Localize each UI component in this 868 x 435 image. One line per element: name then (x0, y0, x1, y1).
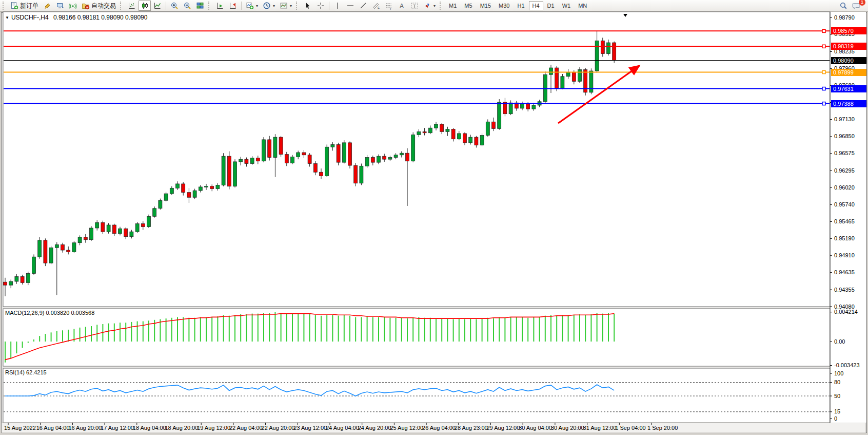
time-axis-label: 17 Aug 12:00 (101, 425, 134, 431)
price-tick-label: 0.96020 (834, 184, 855, 191)
rsi-tick-label: 0 (834, 415, 837, 422)
time-axis-label: 30 Aug 04:00 (519, 425, 552, 431)
macd-tick-label: 0.00 (834, 338, 845, 345)
time-axis-label: 15 Aug 2022 (4, 425, 36, 431)
price-tick-label: 0.95740 (834, 201, 855, 207)
time-axis-label: 18 Aug 20:00 (165, 425, 199, 431)
price-badge[interactable]: 0.97388 (831, 100, 866, 107)
chart-title: ▼USDCHF-,H4 0.98166 0.98181 0.98090 0.98… (5, 14, 147, 21)
price-tick-label: 0.94355 (834, 287, 855, 293)
price-tick-label: 0.98790 (834, 14, 855, 21)
time-axis-label: 18 Aug 04:00 (133, 425, 166, 431)
mt4-window: 新订单 自动交易 (0, 0, 868, 435)
price-badge[interactable]: 0.98090 (831, 57, 866, 64)
macd-tick-label: 0.004214 (834, 309, 858, 315)
price-tick-label: 0.96575 (834, 150, 855, 156)
price-badge[interactable]: 0.97631 (831, 85, 866, 92)
price-tick-label: 0.95465 (834, 218, 855, 224)
time-axis-label: 1 Sep 04:00 (615, 425, 645, 431)
time-axis-label: 28 Aug 23:00 (455, 425, 488, 431)
time-axis-label: 1 Sep 20:00 (647, 425, 678, 431)
rsi-tick-label: 80 (834, 379, 840, 385)
price-badge[interactable]: 0.97899 (831, 69, 866, 76)
rsi-tick-label: 100 (834, 370, 843, 376)
price-tick-label: 0.94635 (834, 269, 855, 275)
price-tick-label: 0.95190 (834, 235, 855, 241)
time-axis-label: 22 Aug 04:00 (229, 425, 263, 431)
chart-ohlc-values: 0.98166 0.98181 0.98090 0.98090 (53, 14, 148, 21)
chart-symbol-period: USDCHF-,H4 (11, 14, 49, 21)
time-axis-label: 16 Aug 04:00 (36, 425, 70, 431)
time-axis-label: 23 Aug 12:00 (293, 425, 327, 431)
price-tick-label: 0.96850 (834, 133, 855, 139)
time-axis-label: 16 Aug 20:00 (68, 425, 102, 431)
time-axis-label: 25 Aug 12:00 (390, 425, 423, 431)
chart-menu-icon[interactable]: ▼ (5, 15, 9, 20)
time-axis-label: 26 Aug 04:00 (422, 425, 456, 431)
price-tick-label: 0.96295 (834, 167, 855, 174)
macd-tick-label: -0.003423 (834, 362, 860, 368)
price-badge[interactable]: 0.98570 (831, 27, 866, 34)
time-axis-label: 31 Aug 12:00 (583, 425, 617, 431)
rsi-indicator-label: RSI(14) 62.4215 (5, 369, 47, 375)
time-axis-label: 30 Aug 20:00 (551, 425, 584, 431)
price-badge[interactable]: 0.98319 (831, 43, 866, 50)
time-axis-label: 19 Aug 12:00 (197, 425, 230, 431)
time-axis-label: 29 Aug 12:00 (487, 425, 520, 431)
time-axis-label: 24 Aug 20:00 (358, 425, 391, 431)
time-axis-label: 24 Aug 04:00 (326, 425, 359, 431)
chart-plot-area[interactable] (0, 0, 868, 435)
rsi-tick-label: 50 (834, 393, 840, 399)
price-tick-label: 0.94910 (834, 252, 855, 258)
price-tick-label: 0.97130 (834, 116, 855, 122)
macd-indicator-label: MACD(12,26,9) 0.003820 0.003568 (5, 310, 94, 316)
time-axis-label: 22 Aug 20:00 (262, 425, 295, 431)
rsi-tick-label: 15 (834, 408, 840, 414)
